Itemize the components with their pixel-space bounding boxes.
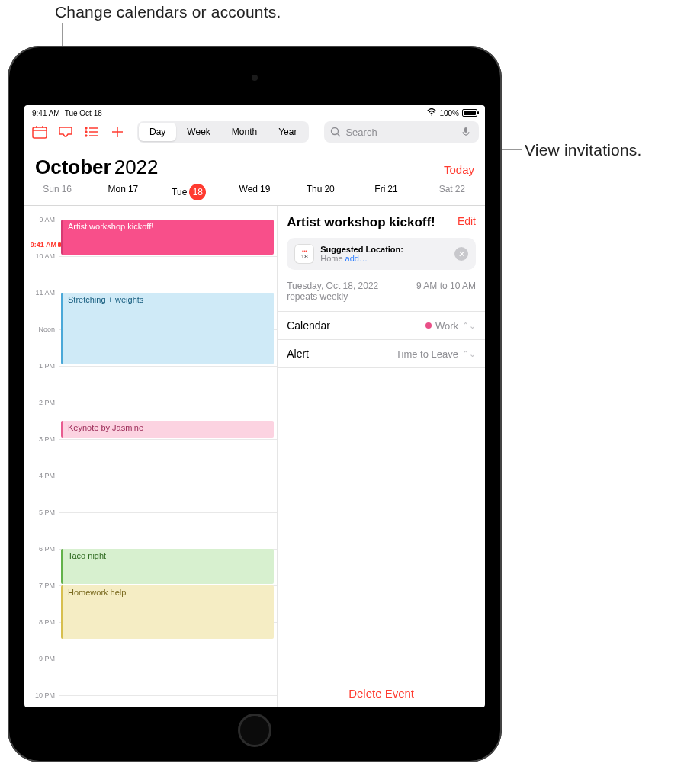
chevron-updown-icon: ⌃⌄ (462, 321, 476, 331)
today-button[interactable]: Today (444, 163, 474, 176)
event-block[interactable]: Keynote by Jasmine (61, 421, 274, 438)
calendar-row[interactable]: Calendar Work ⌃⌄ (278, 312, 485, 340)
svg-point-12 (332, 128, 339, 135)
status-date: Tue Oct 18 (65, 109, 102, 117)
svg-point-6 (85, 131, 87, 133)
search-icon (330, 127, 341, 137)
battery-percent: 100% (439, 109, 459, 117)
ipad-frame: 9:41 AM Tue Oct 18 100% (8, 46, 502, 762)
weekday-strip[interactable]: Sun16Mon17Tue18Wed19Thu20Fri21Sat22 (24, 184, 485, 206)
month-header: October 2022 Today (24, 145, 485, 184)
calendar-date-icon: ••• 18 (294, 244, 314, 264)
hour-label: 1 PM (24, 362, 55, 370)
hour-label: 10 AM (24, 252, 55, 260)
hour-label: 10 PM (24, 691, 55, 699)
battery-icon (462, 109, 477, 117)
hour-label: 5 PM (24, 508, 55, 516)
suggested-location-box[interactable]: ••• 18 Suggested Location: Home add… ✕ (287, 238, 476, 270)
svg-point-4 (85, 127, 87, 129)
event-time: 9 AM to 10 AM (416, 281, 476, 302)
toolbar: Day Week Month Year Search (24, 119, 485, 145)
event-block[interactable]: Artist workshop kickoff! (61, 220, 274, 255)
event-datetime: Tuesday, Oct 18, 2022 repeats weekly 9 A… (278, 274, 485, 312)
suggested-text: Home (320, 254, 345, 263)
weekday-cell[interactable]: Fri21 (353, 184, 419, 200)
event-block[interactable]: Homework help (61, 585, 274, 639)
weekday-cell[interactable]: Mon17 (90, 184, 156, 200)
hour-label: 9 PM (24, 655, 55, 662)
event-details-panel: Artist workshop kickoff! Edit ••• 18 Sug… (278, 206, 485, 707)
suggested-heading: Suggested Location: (320, 245, 448, 254)
svg-line-13 (338, 134, 341, 137)
event-block[interactable]: Taco night (61, 549, 274, 584)
mic-icon[interactable] (462, 127, 473, 137)
delete-event-button[interactable]: Delete Event (278, 676, 485, 707)
hour-label: 7 PM (24, 582, 55, 589)
camera-icon (252, 75, 258, 81)
calendar-color-dot (425, 322, 432, 329)
weekday-cell[interactable]: Tue18 (156, 184, 222, 200)
add-icon[interactable] (108, 123, 127, 141)
hour-label: Noon (24, 326, 55, 333)
seg-year[interactable]: Year (268, 123, 307, 141)
status-bar: 9:41 AM Tue Oct 18 100% (24, 105, 485, 119)
hour-label: 11 AM (24, 289, 55, 297)
hour-label: 9 AM (24, 216, 55, 223)
event-title: Artist workshop kickoff! (287, 215, 458, 230)
search-input[interactable]: Search (324, 121, 479, 143)
list-icon[interactable] (82, 123, 101, 141)
day-timeline[interactable]: 9 AM10 AM11 AMNoon1 PM2 PM3 PM4 PM5 PM6 … (24, 206, 278, 707)
edit-button[interactable]: Edit (458, 215, 476, 227)
hour-label: 3 PM (24, 435, 55, 443)
event-date: Tuesday, Oct 18, 2022 (287, 281, 416, 291)
search-placeholder: Search (345, 127, 377, 138)
year-label: 2022 (114, 156, 159, 179)
weekday-cell[interactable]: Sat22 (419, 184, 485, 200)
alert-row[interactable]: Alert Time to Leave ⌃⌄ (278, 340, 485, 368)
event-repeat: repeats weekly (287, 291, 416, 302)
hour-label: 6 PM (24, 545, 55, 553)
wifi-icon (427, 108, 436, 117)
hour-label: 2 PM (24, 399, 55, 406)
hour-label: 8 PM (24, 618, 55, 626)
seg-week[interactable]: Week (176, 123, 220, 141)
status-time: 9:41 AM (32, 109, 60, 117)
add-location-link[interactable]: add… (345, 254, 368, 263)
svg-point-8 (85, 135, 87, 136)
weekday-cell[interactable]: Thu20 (287, 184, 353, 200)
chevron-updown-icon: ⌃⌄ (462, 349, 476, 359)
inbox-icon[interactable] (56, 123, 75, 141)
event-block[interactable]: Stretching + weights (61, 293, 274, 364)
close-icon[interactable]: ✕ (454, 247, 468, 261)
view-switcher[interactable]: Day Week Month Year (137, 121, 309, 143)
hour-label: 4 PM (24, 472, 55, 480)
svg-rect-0 (33, 127, 47, 138)
month-label: October (35, 156, 111, 179)
seg-day[interactable]: Day (139, 123, 176, 141)
svg-rect-14 (464, 127, 467, 133)
now-indicator: 9:41 AM (29, 241, 58, 249)
calendars-icon[interactable] (31, 123, 49, 141)
screen: 9:41 AM Tue Oct 18 100% (24, 105, 485, 707)
home-button[interactable] (238, 714, 271, 747)
weekday-cell[interactable]: Wed19 (222, 184, 287, 200)
weekday-cell[interactable]: Sun16 (24, 184, 90, 200)
seg-month[interactable]: Month (221, 123, 268, 141)
